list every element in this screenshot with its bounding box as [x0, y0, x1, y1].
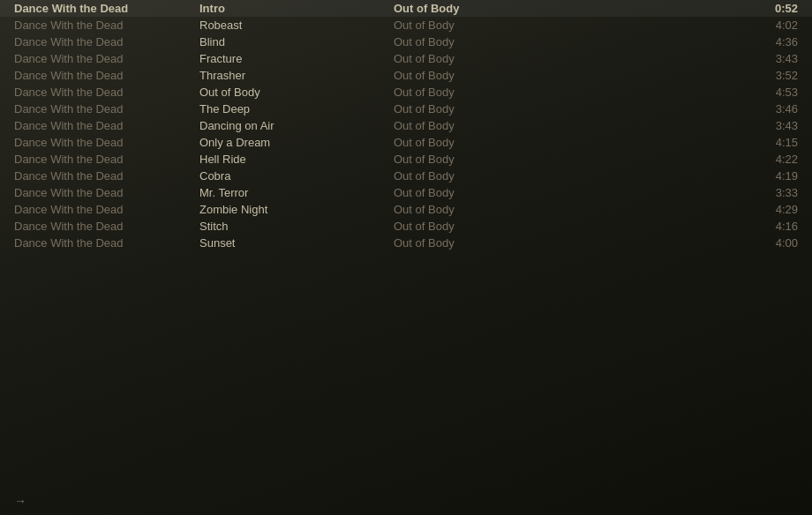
artist-cell: Dance With the Dead [14, 236, 199, 250]
track-list: Dance With the DeadIntroOut of Body0:52D… [0, 0, 812, 251]
title-cell: Hell Ride [199, 153, 394, 166]
duration-cell: 3:43 [745, 119, 798, 132]
album-cell: Out of Body [394, 119, 745, 132]
album-cell: Out of Body [394, 2, 745, 15]
table-row[interactable]: Dance With the DeadCobraOut of Body4:19 [0, 168, 812, 184]
artist-cell: Dance With the Dead [14, 52, 199, 65]
table-row[interactable]: Dance With the DeadIntroOut of Body0:52 [0, 0, 812, 17]
table-row[interactable]: Dance With the DeadThe DeepOut of Body3:… [0, 101, 812, 117]
duration-cell: 0:52 [745, 2, 798, 15]
table-row[interactable]: Dance With the DeadThrasherOut of Body3:… [0, 67, 812, 84]
table-row[interactable]: Dance With the DeadSunsetOut of Body4:00 [0, 235, 812, 251]
artist-cell: Dance With the Dead [14, 203, 199, 216]
bottom-arrow: → [14, 494, 26, 508]
duration-cell: 4:02 [745, 19, 798, 32]
table-row[interactable]: Dance With the DeadHell RideOut of Body4… [0, 151, 812, 168]
duration-cell: 4:00 [745, 236, 798, 250]
title-cell: Intro [199, 2, 394, 15]
table-row[interactable]: Dance With the DeadBlindOut of Body4:36 [0, 34, 812, 50]
duration-cell: 4:53 [745, 86, 798, 99]
title-cell: Stitch [199, 220, 394, 233]
title-cell: Dancing on Air [199, 119, 394, 132]
artist-cell: Dance With the Dead [14, 186, 199, 199]
artist-cell: Dance With the Dead [14, 136, 199, 149]
artist-cell: Dance With the Dead [14, 2, 199, 15]
title-cell: Robeast [199, 19, 394, 32]
album-cell: Out of Body [394, 86, 745, 99]
title-cell: Zombie Night [199, 203, 394, 216]
album-cell: Out of Body [394, 19, 745, 32]
title-cell: Mr. Terror [199, 186, 394, 199]
duration-cell: 3:52 [745, 69, 798, 82]
album-cell: Out of Body [394, 52, 745, 65]
duration-cell: 4:36 [745, 35, 798, 49]
duration-cell: 4:29 [745, 203, 798, 216]
artist-cell: Dance With the Dead [14, 169, 199, 183]
album-cell: Out of Body [394, 69, 745, 82]
duration-cell: 3:43 [745, 52, 798, 65]
album-cell: Out of Body [394, 220, 745, 233]
table-row[interactable]: Dance With the DeadMr. TerrorOut of Body… [0, 184, 812, 201]
album-cell: Out of Body [394, 136, 745, 149]
table-row[interactable]: Dance With the DeadOut of BodyOut of Bod… [0, 84, 812, 101]
title-cell: Thrasher [199, 69, 394, 82]
table-row[interactable]: Dance With the DeadZombie NightOut of Bo… [0, 201, 812, 218]
title-cell: The Deep [199, 102, 394, 116]
duration-cell: 4:16 [745, 220, 798, 233]
duration-cell: 4:22 [745, 153, 798, 166]
title-cell: Out of Body [199, 86, 394, 99]
artist-cell: Dance With the Dead [14, 35, 199, 49]
table-row[interactable]: Dance With the DeadStitchOut of Body4:16 [0, 218, 812, 235]
title-cell: Cobra [199, 169, 394, 183]
table-row[interactable]: Dance With the DeadFractureOut of Body3:… [0, 50, 812, 67]
table-row[interactable]: Dance With the DeadDancing on AirOut of … [0, 117, 812, 134]
duration-cell: 4:15 [745, 136, 798, 149]
album-cell: Out of Body [394, 169, 745, 183]
title-cell: Sunset [199, 236, 394, 250]
title-cell: Only a Dream [199, 136, 394, 149]
album-cell: Out of Body [394, 153, 745, 166]
artist-cell: Dance With the Dead [14, 220, 199, 233]
duration-cell: 3:46 [745, 102, 798, 116]
title-cell: Fracture [199, 52, 394, 65]
album-cell: Out of Body [394, 203, 745, 216]
table-row[interactable]: Dance With the DeadRobeastOut of Body4:0… [0, 17, 812, 34]
table-row[interactable]: Dance With the DeadOnly a DreamOut of Bo… [0, 134, 812, 151]
album-cell: Out of Body [394, 102, 745, 116]
artist-cell: Dance With the Dead [14, 102, 199, 116]
artist-cell: Dance With the Dead [14, 119, 199, 132]
artist-cell: Dance With the Dead [14, 86, 199, 99]
album-cell: Out of Body [394, 35, 745, 49]
duration-cell: 3:33 [745, 186, 798, 199]
title-cell: Blind [199, 35, 394, 49]
artist-cell: Dance With the Dead [14, 153, 199, 166]
album-cell: Out of Body [394, 186, 745, 199]
album-cell: Out of Body [394, 236, 745, 250]
duration-cell: 4:19 [745, 169, 798, 183]
artist-cell: Dance With the Dead [14, 19, 199, 32]
artist-cell: Dance With the Dead [14, 69, 199, 82]
